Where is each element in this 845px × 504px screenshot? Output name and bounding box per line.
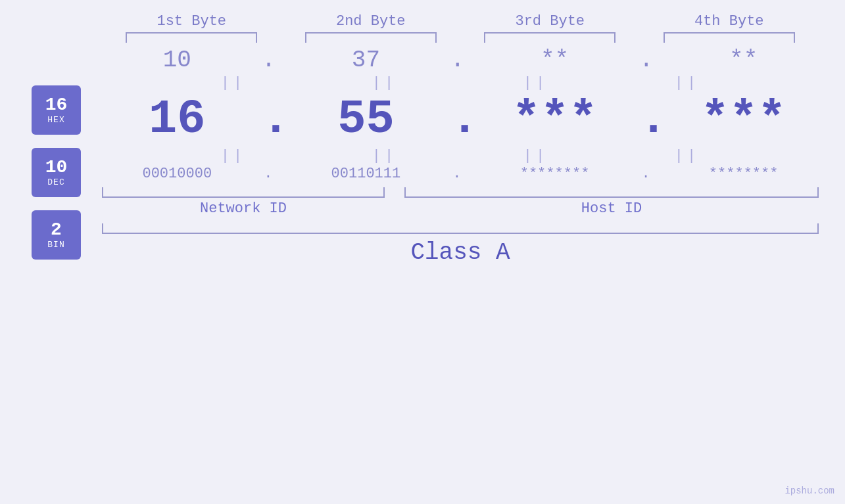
dot-h2: . [450, 47, 464, 74]
hex-base-number: 16 [45, 95, 68, 116]
dot-h3: . [639, 47, 652, 74]
hex-base-label: HEX [47, 115, 64, 125]
eq1-b4: || [621, 75, 753, 91]
hex-b2: 37 [300, 47, 431, 74]
bin-base-number: 2 [51, 220, 62, 241]
bottom-brackets-container [102, 187, 819, 198]
hex-b3: ** [489, 47, 621, 74]
bracket-spacer [385, 187, 404, 198]
data-rows-wrapper: 10 . 37 . ** . ** || || || || 16 . 55 . … [0, 43, 845, 266]
bin-base-label: BIN [47, 240, 64, 250]
class-label: Class A [410, 239, 510, 266]
equals-row-1: || || || || [102, 75, 819, 91]
id-spacer [385, 200, 404, 217]
bin-data-row: 00010000 . 00110111 . ******** . *******… [102, 166, 819, 182]
dot-bin2: . [450, 166, 464, 182]
eq2-b4: || [621, 148, 753, 164]
eq2-b1: || [168, 148, 299, 164]
bin-b4: ******** [678, 166, 809, 182]
dec-b3: *** [489, 93, 621, 147]
bin-b3: ******** [489, 166, 621, 182]
byte-header-4: 4th Byte [664, 13, 795, 30]
eq1-b1: || [168, 75, 299, 91]
dec-b4: *** [678, 93, 809, 147]
bracket-top-1 [126, 32, 257, 43]
bracket-top-2 [305, 32, 437, 43]
bin-b2: 00110111 [300, 166, 431, 182]
outer-bracket [102, 223, 819, 234]
hex-b1: 10 [111, 47, 243, 74]
bracket-host [404, 187, 819, 198]
byte-header-3: 3rd Byte [484, 13, 616, 30]
bracket-top-4 [664, 32, 795, 43]
top-brackets [0, 32, 845, 43]
id-labels-row: Network ID Host ID [102, 200, 819, 217]
base-boxes: 16 HEX 10 DEC 2 BIN [32, 85, 81, 260]
dot-h1: . [262, 47, 275, 74]
eq2-b3: || [470, 148, 602, 164]
dot-d1: . [262, 93, 275, 147]
host-id-label: Host ID [404, 200, 819, 217]
dot-d3: . [639, 93, 652, 147]
dec-base-number: 10 [45, 158, 68, 178]
watermark: ipshu.com [785, 486, 834, 496]
eq1-b3: || [470, 75, 602, 91]
main-container: 1st Byte 2nd Byte 3rd Byte 4th Byte 16 H… [0, 0, 845, 504]
eq1-b2: || [319, 75, 450, 91]
dot-bin1: . [262, 166, 275, 182]
dec-base-box: 10 DEC [32, 148, 81, 197]
dec-data-row: 16 . 55 . *** . *** [102, 93, 819, 147]
equals-row-2: || || || || [102, 148, 819, 164]
dot-bin3: . [639, 166, 652, 182]
dec-base-label: DEC [47, 177, 64, 187]
dec-b2: 55 [300, 93, 431, 147]
dec-b1: 16 [111, 93, 243, 147]
hex-b4: ** [678, 47, 809, 74]
byte-header-2: 2nd Byte [305, 13, 437, 30]
network-id-label: Network ID [102, 200, 385, 217]
byte-header-1: 1st Byte [126, 13, 257, 30]
dot-d2: . [450, 93, 464, 147]
hex-data-row: 10 . 37 . ** . ** [102, 47, 819, 74]
bracket-top-3 [484, 32, 616, 43]
bracket-network [102, 187, 385, 198]
eq2-b2: || [319, 148, 450, 164]
hex-base-box: 16 HEX [32, 85, 81, 135]
bin-b1: 00010000 [111, 166, 243, 182]
class-row: Class A [102, 239, 819, 266]
byte-headers-row: 1st Byte 2nd Byte 3rd Byte 4th Byte [0, 0, 845, 30]
bin-base-box: 2 BIN [32, 210, 81, 260]
